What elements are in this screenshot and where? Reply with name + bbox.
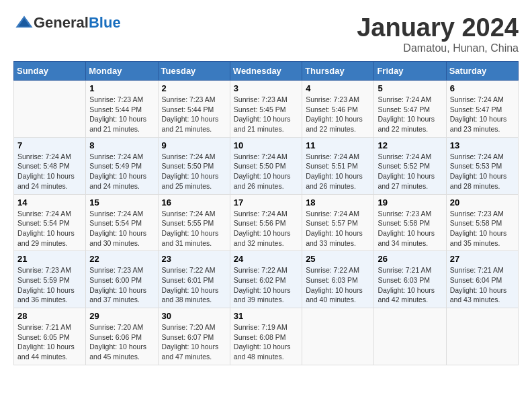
weekday-header: Sunday (14, 62, 86, 81)
weekday-header-row: SundayMondayTuesdayWednesdayThursdayFrid… (14, 62, 519, 81)
day-number: 23 (162, 254, 226, 264)
calendar-cell: 23Sunrise: 7:22 AM Sunset: 6:01 PM Dayli… (158, 251, 230, 308)
calendar-cell: 4Sunrise: 7:23 AM Sunset: 5:46 PM Daylig… (302, 81, 374, 138)
calendar-week-row: 28Sunrise: 7:21 AM Sunset: 6:05 PM Dayli… (14, 308, 519, 365)
weekday-header: Saturday (446, 62, 518, 81)
calendar-cell: 21Sunrise: 7:23 AM Sunset: 5:59 PM Dayli… (14, 251, 86, 308)
calendar-cell: 9Sunrise: 7:24 AM Sunset: 5:50 PM Daylig… (158, 137, 230, 194)
day-info: Sunrise: 7:22 AM Sunset: 6:01 PM Dayligh… (162, 265, 226, 305)
weekday-header: Thursday (302, 62, 374, 81)
day-info: Sunrise: 7:23 AM Sunset: 5:44 PM Dayligh… (89, 95, 154, 134)
calendar-cell: 26Sunrise: 7:21 AM Sunset: 6:03 PM Dayli… (374, 251, 446, 308)
weekday-header: Monday (86, 62, 158, 81)
day-info: Sunrise: 7:23 AM Sunset: 5:59 PM Dayligh… (17, 265, 82, 305)
day-info: Sunrise: 7:24 AM Sunset: 5:54 PM Dayligh… (17, 209, 82, 248)
day-number: 18 (306, 197, 370, 208)
day-info: Sunrise: 7:23 AM Sunset: 5:58 PM Dayligh… (378, 209, 442, 248)
day-number: 8 (89, 140, 154, 150)
calendar-cell: 6Sunrise: 7:24 AM Sunset: 5:47 PM Daylig… (446, 81, 518, 138)
day-info: Sunrise: 7:23 AM Sunset: 5:46 PM Dayligh… (306, 95, 370, 134)
day-info: Sunrise: 7:24 AM Sunset: 5:49 PM Dayligh… (89, 152, 154, 191)
day-number: 13 (450, 140, 515, 150)
logo-icon (15, 13, 34, 32)
weekday-header: Wednesday (230, 62, 302, 81)
title-area: January 2024 Damatou, Hunan, China (357, 13, 519, 54)
calendar-cell: 25Sunrise: 7:22 AM Sunset: 6:03 PM Dayli… (302, 251, 374, 308)
calendar-cell: 5Sunrise: 7:24 AM Sunset: 5:47 PM Daylig… (374, 81, 446, 138)
day-info: Sunrise: 7:21 AM Sunset: 6:03 PM Dayligh… (378, 265, 442, 305)
day-number: 15 (89, 197, 154, 208)
calendar-cell: 27Sunrise: 7:21 AM Sunset: 6:04 PM Dayli… (446, 251, 518, 308)
calendar-cell: 12Sunrise: 7:24 AM Sunset: 5:52 PM Dayli… (374, 137, 446, 194)
day-number: 31 (234, 311, 298, 321)
day-number: 20 (450, 197, 515, 208)
day-info: Sunrise: 7:22 AM Sunset: 6:03 PM Dayligh… (306, 265, 370, 305)
day-number: 24 (234, 254, 298, 264)
day-number: 28 (17, 311, 82, 321)
day-number: 19 (378, 197, 442, 208)
day-info: Sunrise: 7:19 AM Sunset: 6:08 PM Dayligh… (234, 322, 298, 362)
day-number: 27 (450, 254, 515, 264)
day-number: 1 (89, 83, 154, 93)
day-number: 2 (162, 83, 226, 93)
day-number: 12 (378, 140, 442, 150)
weekday-header: Tuesday (158, 62, 230, 81)
location-title: Damatou, Hunan, China (357, 42, 519, 54)
calendar-week-row: 7Sunrise: 7:24 AM Sunset: 5:48 PM Daylig… (14, 137, 519, 194)
calendar-week-row: 1Sunrise: 7:23 AM Sunset: 5:44 PM Daylig… (14, 81, 519, 138)
day-number: 16 (162, 197, 226, 208)
month-title: January 2024 (357, 13, 519, 42)
day-info: Sunrise: 7:21 AM Sunset: 6:05 PM Dayligh… (17, 322, 82, 362)
calendar-cell (302, 308, 374, 365)
day-info: Sunrise: 7:24 AM Sunset: 5:55 PM Dayligh… (162, 209, 226, 248)
calendar-week-row: 14Sunrise: 7:24 AM Sunset: 5:54 PM Dayli… (14, 194, 519, 251)
day-info: Sunrise: 7:24 AM Sunset: 5:50 PM Dayligh… (234, 152, 298, 191)
day-number: 6 (450, 83, 515, 93)
logo-text-blue: Blue (89, 14, 121, 31)
calendar-cell (446, 308, 518, 365)
day-info: Sunrise: 7:24 AM Sunset: 5:53 PM Dayligh… (450, 152, 515, 191)
day-info: Sunrise: 7:24 AM Sunset: 5:51 PM Dayligh… (306, 152, 370, 191)
calendar-cell (374, 308, 446, 365)
day-info: Sunrise: 7:24 AM Sunset: 5:50 PM Dayligh… (162, 152, 226, 191)
calendar-cell: 3Sunrise: 7:23 AM Sunset: 5:45 PM Daylig… (230, 81, 302, 138)
day-number: 10 (234, 140, 298, 150)
day-info: Sunrise: 7:24 AM Sunset: 5:48 PM Dayligh… (17, 152, 82, 191)
day-number: 30 (162, 311, 226, 321)
day-info: Sunrise: 7:24 AM Sunset: 5:52 PM Dayligh… (378, 152, 442, 191)
day-number: 7 (17, 140, 82, 150)
calendar-cell: 22Sunrise: 7:23 AM Sunset: 6:00 PM Dayli… (86, 251, 158, 308)
day-number: 5 (378, 83, 442, 93)
day-number: 29 (89, 311, 154, 321)
page-header: GeneralBlue January 2024 Damatou, Hunan,… (13, 13, 519, 54)
day-number: 21 (17, 254, 82, 264)
day-info: Sunrise: 7:23 AM Sunset: 5:45 PM Dayligh… (234, 95, 298, 134)
logo-text-general: General (34, 14, 89, 31)
day-number: 25 (306, 254, 370, 264)
day-info: Sunrise: 7:23 AM Sunset: 6:00 PM Dayligh… (89, 265, 154, 305)
calendar-cell: 10Sunrise: 7:24 AM Sunset: 5:50 PM Dayli… (230, 137, 302, 194)
day-info: Sunrise: 7:24 AM Sunset: 5:57 PM Dayligh… (306, 209, 370, 248)
day-info: Sunrise: 7:24 AM Sunset: 5:47 PM Dayligh… (450, 95, 515, 134)
day-info: Sunrise: 7:23 AM Sunset: 5:58 PM Dayligh… (450, 209, 515, 248)
day-info: Sunrise: 7:20 AM Sunset: 6:07 PM Dayligh… (162, 322, 226, 362)
day-number: 14 (17, 197, 82, 208)
calendar-cell: 20Sunrise: 7:23 AM Sunset: 5:58 PM Dayli… (446, 194, 518, 251)
day-number: 17 (234, 197, 298, 208)
day-number: 4 (306, 83, 370, 93)
calendar-cell: 15Sunrise: 7:24 AM Sunset: 5:54 PM Dayli… (86, 194, 158, 251)
calendar-cell: 24Sunrise: 7:22 AM Sunset: 6:02 PM Dayli… (230, 251, 302, 308)
day-info: Sunrise: 7:22 AM Sunset: 6:02 PM Dayligh… (234, 265, 298, 305)
weekday-header: Friday (374, 62, 446, 81)
calendar-cell: 2Sunrise: 7:23 AM Sunset: 5:44 PM Daylig… (158, 81, 230, 138)
calendar-cell: 29Sunrise: 7:20 AM Sunset: 6:06 PM Dayli… (86, 308, 158, 365)
calendar-cell: 17Sunrise: 7:24 AM Sunset: 5:56 PM Dayli… (230, 194, 302, 251)
calendar-cell (14, 81, 86, 138)
day-info: Sunrise: 7:21 AM Sunset: 6:04 PM Dayligh… (450, 265, 515, 305)
calendar-cell: 18Sunrise: 7:24 AM Sunset: 5:57 PM Dayli… (302, 194, 374, 251)
day-info: Sunrise: 7:23 AM Sunset: 5:44 PM Dayligh… (162, 95, 226, 134)
calendar-week-row: 21Sunrise: 7:23 AM Sunset: 5:59 PM Dayli… (14, 251, 519, 308)
calendar-cell: 31Sunrise: 7:19 AM Sunset: 6:08 PM Dayli… (230, 308, 302, 365)
day-info: Sunrise: 7:20 AM Sunset: 6:06 PM Dayligh… (89, 322, 154, 362)
calendar-cell: 14Sunrise: 7:24 AM Sunset: 5:54 PM Dayli… (14, 194, 86, 251)
